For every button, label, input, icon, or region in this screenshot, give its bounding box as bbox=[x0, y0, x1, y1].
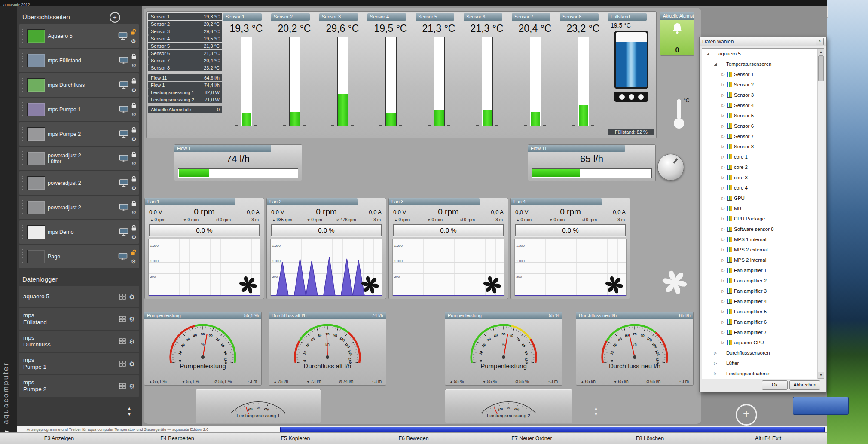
gear-icon[interactable]: ⚙ bbox=[131, 87, 137, 93]
gear-icon[interactable]: ⚙ bbox=[129, 294, 135, 300]
drag-handle[interactable] bbox=[21, 126, 24, 142]
scroll-down-icon[interactable]: ▼ bbox=[818, 372, 824, 379]
sidebar-page-item[interactable]: Aquaero 5 bbox=[19, 24, 139, 48]
tree-item[interactable]: ▷ Durchflusssensoren bbox=[702, 348, 824, 358]
sidebar-page-item[interactable]: mps Pumpe 1 bbox=[19, 98, 139, 121]
close-icon[interactable]: × bbox=[816, 38, 824, 45]
add-page-button[interactable]: + bbox=[110, 12, 120, 23]
tree-item[interactable]: ▷ Fan amplifier 2 bbox=[702, 276, 824, 286]
gear-icon[interactable]: ⚙ bbox=[131, 38, 136, 44]
tree-item[interactable]: ▷ Software sensor 8 bbox=[702, 224, 824, 234]
tree-expander-icon[interactable]: ▷ bbox=[712, 351, 718, 355]
gear-icon[interactable]: ⚙ bbox=[131, 210, 137, 215]
tree-item[interactable]: ▷ Sensor 7 bbox=[702, 131, 824, 141]
tree-expander-icon[interactable]: ▷ bbox=[720, 340, 726, 345]
tree-expander-icon[interactable]: ▷ bbox=[720, 165, 726, 169]
tree-expander-icon[interactable]: ▷ bbox=[720, 186, 726, 190]
gear-icon[interactable]: ⚙ bbox=[131, 234, 137, 240]
tree-item[interactable]: ▷ Fan amplifier 7 bbox=[702, 327, 824, 337]
tree-expander-icon[interactable]: ▷ bbox=[720, 227, 726, 231]
tree-expander-icon[interactable]: ▷ bbox=[720, 320, 726, 324]
tree-expander-icon[interactable]: ▷ bbox=[720, 289, 726, 293]
tree-scrollbar[interactable]: ▲ ▼ bbox=[817, 49, 824, 379]
lock-icon[interactable] bbox=[131, 200, 137, 208]
window-grid-icon[interactable] bbox=[119, 294, 126, 300]
tree-expander-icon[interactable]: ▷ bbox=[720, 113, 726, 118]
tree-item[interactable]: ▷ core 1 bbox=[702, 152, 824, 162]
sidebar-page-item[interactable]: Page bbox=[19, 245, 139, 268]
lock-icon[interactable] bbox=[130, 249, 137, 257]
tree-expander-icon[interactable]: ▷ bbox=[720, 299, 726, 303]
gear-icon[interactable]: ⚙ bbox=[129, 361, 135, 367]
drag-handle[interactable] bbox=[21, 199, 24, 216]
tree-item[interactable]: ▷ core 2 bbox=[702, 162, 824, 172]
sidebar-device-item[interactable]: aquaero 5 ⚙ bbox=[19, 286, 139, 307]
tree-expander-icon[interactable]: ▷ bbox=[720, 175, 726, 180]
sidebar-page-item[interactable]: mps Demo bbox=[19, 220, 139, 244]
gear-icon[interactable]: ⚙ bbox=[131, 161, 137, 166]
monitor-icon[interactable] bbox=[119, 81, 128, 89]
lock-icon[interactable] bbox=[131, 225, 137, 233]
tree-item[interactable]: ▷ Leistungsaufnahme bbox=[702, 368, 824, 379]
tree-expander-icon[interactable]: ▷ bbox=[720, 268, 726, 273]
monitor-icon[interactable] bbox=[119, 130, 128, 138]
tree-item[interactable]: ▷ Sensor 8 bbox=[702, 141, 824, 152]
tree-expander-icon[interactable]: ▷ bbox=[712, 371, 718, 376]
tree-item[interactable]: ▷ CPU Package bbox=[702, 214, 824, 224]
monitor-icon[interactable] bbox=[119, 228, 128, 236]
drag-handle[interactable] bbox=[21, 150, 24, 167]
sidebar-page-item[interactable]: poweradjust 2 Lüfter bbox=[19, 147, 139, 170]
gear-icon[interactable]: ⚙ bbox=[131, 63, 137, 68]
tree-expander-icon[interactable]: ▷ bbox=[720, 196, 726, 200]
gear-icon[interactable]: ⚙ bbox=[131, 136, 137, 142]
scroll-down-icon[interactable]: ▼ bbox=[125, 411, 133, 417]
sidebar-page-item[interactable]: poweradjust 2 bbox=[19, 171, 139, 195]
gear-icon[interactable]: ⚙ bbox=[131, 185, 137, 191]
sidebar-page-item[interactable]: poweradjust 2 bbox=[19, 196, 139, 219]
tree-expander-icon[interactable]: ▷ bbox=[720, 72, 726, 77]
gear-icon[interactable]: ⚙ bbox=[131, 259, 136, 264]
tree-item[interactable]: ▷ MPS 1 internal bbox=[702, 234, 824, 245]
lock-icon[interactable] bbox=[131, 102, 137, 110]
drag-handle[interactable] bbox=[21, 52, 24, 69]
tree-expander-icon[interactable]: ▷ bbox=[712, 361, 718, 365]
lock-icon[interactable] bbox=[131, 176, 137, 184]
scroll-up-icon[interactable]: ▲ bbox=[818, 49, 824, 55]
tree-item[interactable]: ▷ Fan amplifier 5 bbox=[702, 306, 824, 317]
cancel-button[interactable]: Abbrechen bbox=[789, 380, 820, 390]
sidebar-page-item[interactable]: mps Füllstand bbox=[19, 49, 139, 72]
function-key-button[interactable]: F6 Bewegen bbox=[355, 433, 473, 444]
function-key-button[interactable]: F7 Neuer Ordner bbox=[473, 433, 591, 444]
tree-item[interactable]: ◢ aquaero 5 bbox=[702, 49, 824, 59]
tree-item[interactable]: ▷ core 3 bbox=[702, 172, 824, 183]
tree-item[interactable]: ▷ MPS 2 internal bbox=[702, 255, 824, 265]
ok-button[interactable]: Ok bbox=[762, 380, 788, 390]
monitor-icon[interactable] bbox=[118, 32, 128, 40]
tree-item[interactable]: ▷ MPS 2 external bbox=[702, 245, 824, 255]
drag-handle[interactable] bbox=[21, 77, 24, 93]
tree-item[interactable]: ▷ Sensor 3 bbox=[702, 90, 824, 100]
scroll-up-icon[interactable]: ▲ bbox=[592, 406, 600, 411]
monitor-icon[interactable] bbox=[119, 155, 128, 162]
tree-item[interactable]: ▷ core 4 bbox=[702, 183, 824, 193]
tree-expander-icon[interactable]: ▷ bbox=[720, 206, 726, 211]
drag-handle[interactable] bbox=[21, 101, 24, 118]
tree-item[interactable]: ▷ Lüfter bbox=[702, 358, 824, 368]
tree-expander-icon[interactable]: ◢ bbox=[705, 52, 711, 56]
add-element-button[interactable]: + bbox=[736, 404, 757, 426]
tree-item[interactable]: ▷ Fan amplifier 6 bbox=[702, 317, 824, 327]
scroll-down-icon[interactable]: ▼ bbox=[592, 411, 600, 417]
tree-expander-icon[interactable]: ▷ bbox=[720, 309, 726, 314]
tree-item[interactable]: ▷ Sensor 4 bbox=[702, 100, 824, 110]
window-grid-icon[interactable] bbox=[119, 383, 126, 389]
gear-icon[interactable]: ⚙ bbox=[129, 383, 135, 389]
sidebar-device-item[interactable]: mps Pumpe 2 ⚙ bbox=[19, 375, 139, 397]
tree-expander-icon[interactable]: ▷ bbox=[720, 217, 726, 221]
tree-item[interactable]: ▷ Sensor 1 bbox=[702, 69, 824, 80]
tree-expander-icon[interactable]: ▷ bbox=[720, 258, 726, 262]
tree-expander-icon[interactable]: ▷ bbox=[720, 279, 726, 283]
function-key-button[interactable]: F8 Löschen bbox=[591, 433, 709, 444]
scrollbar-thumb[interactable] bbox=[818, 55, 824, 81]
monitor-icon[interactable] bbox=[119, 204, 128, 211]
tree-item[interactable]: ▷ MB bbox=[702, 203, 824, 214]
